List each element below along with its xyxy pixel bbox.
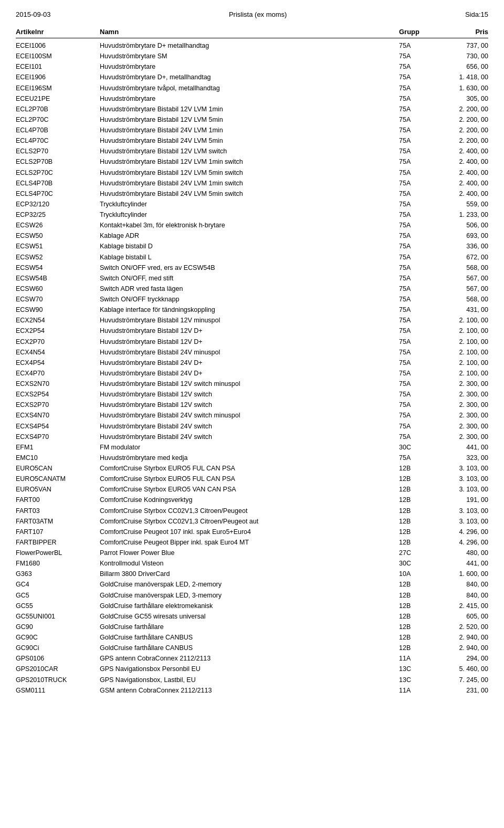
cell-grupp: 11A — [399, 686, 441, 695]
cell-grupp: 75A — [399, 94, 441, 103]
table-row: EURO5CANATMComfortCruise Styrbox EURO5 F… — [16, 474, 488, 484]
table-row: ECL4P70BHuvudströmbrytare Bistabil 24V L… — [16, 125, 488, 135]
table-row: GPS2010TRUCKGPS Navigationsbox, Lastbil,… — [16, 675, 488, 685]
cell-pris: 693, 00 — [441, 231, 488, 240]
cell-pris: 2. 300, 00 — [441, 379, 488, 389]
cell-artikelnr: FART03 — [16, 506, 100, 516]
cell-artikelnr: FARTBIPPER — [16, 538, 100, 547]
table-row: EURO5CANComfortCruise Styrbox EURO5 FUL … — [16, 463, 488, 474]
cell-pris: 730, 00 — [441, 51, 488, 61]
cell-grupp: 75A — [399, 284, 441, 294]
col-artikelnr: Artikelnr — [16, 28, 100, 36]
cell-namn: Parrot Flower Power Blue — [100, 548, 399, 558]
cell-namn: Tryckluftcylinder — [100, 210, 399, 219]
table-row: GC4GoldCruise manöverspak LED, 2-memory1… — [16, 579, 488, 590]
cell-namn: Tryckluftcylinder — [100, 200, 399, 209]
cell-namn: Huvudströmbrytare Bistabil 24V switch mi… — [100, 411, 399, 420]
cell-grupp: 75A — [399, 337, 441, 347]
cell-grupp: 30C — [399, 559, 441, 568]
cell-grupp: 75A — [399, 41, 441, 50]
cell-pris: 2. 300, 00 — [441, 400, 488, 410]
table-row: ECEI1906Huvudströmbrytare D+, metallhand… — [16, 72, 488, 82]
cell-artikelnr: GC4 — [16, 580, 100, 589]
table-row: ECLS4P70CHuvudströmbrytare Bistabil 24V … — [16, 188, 488, 199]
cell-pris: 559, 00 — [441, 200, 488, 209]
cell-artikelnr: ECX4P54 — [16, 358, 100, 368]
cell-grupp: 75A — [399, 242, 441, 251]
cell-pris: 3. 103, 00 — [441, 506, 488, 516]
cell-grupp: 13C — [399, 664, 441, 674]
cell-namn: Huvudströmbrytare Bistabil 12V D+ — [100, 337, 399, 347]
cell-pris: 672, 00 — [441, 253, 488, 262]
cell-artikelnr: GPS2010CAR — [16, 664, 100, 674]
cell-pris: 1. 418, 00 — [441, 72, 488, 82]
cell-artikelnr: ECLS4P70B — [16, 179, 100, 188]
cell-namn: Huvudströmbrytare Bistabil 24V switch — [100, 422, 399, 431]
cell-artikelnr: GPS2010TRUCK — [16, 675, 100, 685]
cell-artikelnr: EMC10 — [16, 453, 100, 463]
cell-namn: Huvudströmbrytare Bistabil 12V LVM 5min … — [100, 168, 399, 177]
cell-pris: 431, 00 — [441, 305, 488, 315]
cell-grupp: 12B — [399, 464, 441, 473]
cell-artikelnr: ECEI1006 — [16, 41, 100, 50]
table-row: ECX2N54Huvudströmbrytare Bistabil 12V mi… — [16, 315, 488, 326]
table-row: ECX4P70Huvudströmbrytare Bistabil 24V D+… — [16, 368, 488, 379]
cell-namn: Switch ON/OFF, med stift — [100, 274, 399, 283]
table-row: GPS0106GPS antenn CobraConnex 2112/21131… — [16, 653, 488, 664]
table-row: FART03ComfortCruise Styrbox CC02V1,3 Cit… — [16, 506, 488, 516]
cell-artikelnr: FlowerPowerBL — [16, 548, 100, 558]
cell-pris: 7. 245, 00 — [441, 675, 488, 685]
cell-pris: 336, 00 — [441, 242, 488, 251]
cell-grupp: 12B — [399, 485, 441, 494]
cell-namn: ComfortCruise Kodningsverktyg — [100, 495, 399, 505]
cell-grupp: 75A — [399, 358, 441, 368]
cell-pris: 2. 520, 00 — [441, 622, 488, 632]
table-row: ECXS2P70Huvudströmbrytare Bistabil 12V s… — [16, 400, 488, 410]
cell-grupp: 12B — [399, 633, 441, 642]
cell-namn: Huvudströmbrytare Bistabil 12V LVM 5min — [100, 115, 399, 124]
cell-namn: Huvudströmbrytare D+ metallhandtag — [100, 41, 399, 50]
cell-pris: 3. 103, 00 — [441, 464, 488, 473]
cell-namn: Huvudströmbrytare — [100, 62, 399, 71]
cell-grupp: 75A — [399, 263, 441, 272]
cell-artikelnr: ECXS4N70 — [16, 411, 100, 420]
cell-pris: 2. 200, 00 — [441, 115, 488, 124]
cell-namn: Huvudströmbrytare SM — [100, 51, 399, 61]
cell-grupp: 75A — [399, 83, 441, 93]
cell-pris: 840, 00 — [441, 591, 488, 600]
cell-pris: 480, 00 — [441, 548, 488, 558]
cell-artikelnr: ECSW26 — [16, 221, 100, 230]
cell-namn: ComfortCruise Styrbox EURO5 FUL CAN PSA — [100, 464, 399, 473]
cell-namn: FM modulator — [100, 443, 399, 452]
cell-grupp: 75A — [399, 274, 441, 283]
cell-artikelnr: ECX2P70 — [16, 337, 100, 347]
cell-grupp: 75A — [399, 400, 441, 410]
cell-namn: Huvudströmbrytare Bistabil 12V switch — [100, 400, 399, 410]
cell-artikelnr: GC5 — [16, 591, 100, 600]
cell-pris: 2. 300, 00 — [441, 390, 488, 399]
table-row: ECP32/120Tryckluftcylinder75A559, 00 — [16, 199, 488, 209]
cell-grupp: 75A — [399, 125, 441, 135]
table-row: ECSW54Switch ON/OFF vred, ers av ECSW54B… — [16, 263, 488, 273]
cell-pris: 191, 00 — [441, 495, 488, 505]
cell-namn: GoldCruise farthållare CANBUS — [100, 633, 399, 642]
cell-grupp: 75A — [399, 411, 441, 420]
cell-pris: 568, 00 — [441, 263, 488, 272]
table-row: ECSW70Switch ON/OFF tryckknapp75A568, 00 — [16, 294, 488, 305]
cell-grupp: 30C — [399, 443, 441, 452]
table-row: ECSW60Switch ADR vred fasta lägen75A567,… — [16, 284, 488, 294]
cell-namn: GoldCruise farthållare elektromekanisk — [100, 601, 399, 611]
cell-artikelnr: FM1680 — [16, 559, 100, 568]
cell-artikelnr: ECP32/25 — [16, 210, 100, 219]
cell-namn: Huvudströmbrytare Bistabil 24V LVM 5min — [100, 136, 399, 145]
cell-pris: 2. 100, 00 — [441, 316, 488, 325]
cell-namn: ComfortCruise Styrbox EURO5 FUL CAN PSA — [100, 474, 399, 484]
table-row: ECEI100SMHuvudströmbrytare SM75A730, 00 — [16, 51, 488, 61]
cell-pris: 1. 600, 00 — [441, 569, 488, 579]
cell-grupp: 75A — [399, 305, 441, 315]
cell-grupp: 75A — [399, 189, 441, 198]
cell-namn: Huvudströmbrytare Bistabil 12V LVM switc… — [100, 146, 399, 156]
cell-pris: 2. 400, 00 — [441, 179, 488, 188]
cell-artikelnr: ECEI100SM — [16, 51, 100, 61]
cell-artikelnr: FART00 — [16, 495, 100, 505]
